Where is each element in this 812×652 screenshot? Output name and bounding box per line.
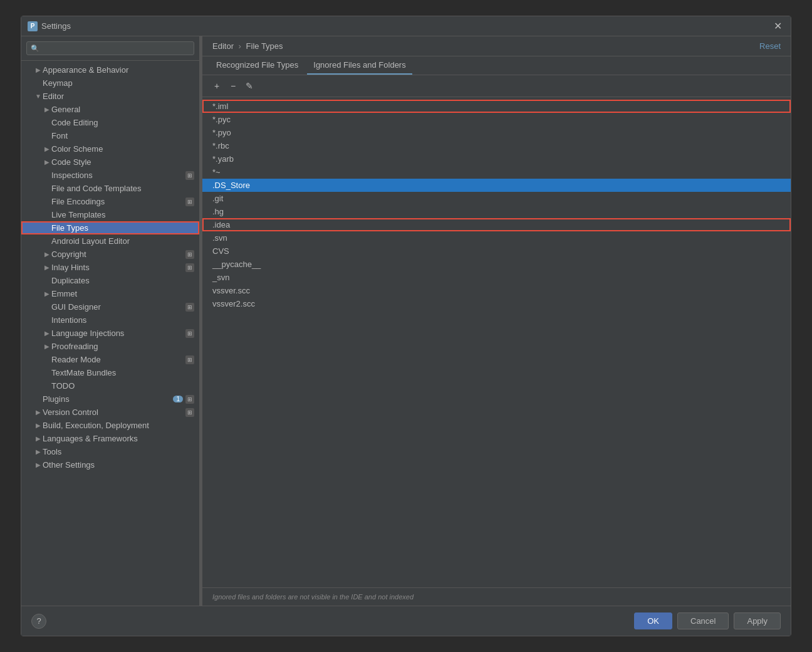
sidebar-item-proofreading[interactable]: ▶ Proofreading [21,340,199,353]
sidebar-item-label: Appearance & Behavior [43,65,194,75]
sidebar-item-file-types[interactable]: File Types [21,221,199,234]
arrow-icon: ▶ [43,290,51,297]
file-item[interactable]: *.yarb [202,152,791,166]
sidebar-item-inspections[interactable]: Inspections ⊞ [21,169,199,182]
sidebar-item-duplicates[interactable]: Duplicates [21,274,199,287]
sidebar-item-label: Inspections [51,171,183,180]
file-item[interactable]: vssver.scc [202,284,791,297]
sidebar-item-tools[interactable]: ▶ Tools [21,445,199,458]
app-icon: P [28,21,38,31]
search-input[interactable] [42,44,190,53]
file-item[interactable]: *.pyc [202,113,791,126]
settings-icon: ⊞ [185,329,194,338]
sidebar-item-todo[interactable]: TODO [21,379,199,392]
breadcrumb-parent[interactable]: Editor [212,41,234,51]
sidebar-item-other-settings[interactable]: ▶ Other Settings [21,458,199,471]
sidebar-item-build-exec[interactable]: ▶ Build, Execution, Deployment [21,419,199,432]
sidebar-item-inlay-hints[interactable]: ▶ Inlay Hints ⊞ [21,261,199,274]
sidebar-item-gui-designer[interactable]: GUI Designer ⊞ [21,300,199,313]
breadcrumb: Editor › File Types [212,41,283,51]
tab-bar: Recognized File Types Ignored Files and … [202,56,791,75]
file-item[interactable]: *.pyo [202,126,791,139]
tab-ignored[interactable]: Ignored Files and Folders [307,56,412,75]
status-bar: Ignored files and folders are not visibl… [202,587,791,606]
add-button[interactable]: + [210,79,224,93]
tab-recognized[interactable]: Recognized File Types [210,56,304,75]
close-button[interactable]: ✕ [771,20,784,33]
help-button[interactable]: ? [31,614,46,629]
sidebar: 🔍 ▶ Appearance & Behavior Keymap ▼ Edito… [21,36,200,606]
sidebar-item-code-editing[interactable]: Code Editing [21,116,199,129]
sidebar-item-textmate[interactable]: TextMate Bundles [21,366,199,379]
sidebar-item-languages[interactable]: ▶ Languages & Frameworks [21,432,199,445]
sidebar-item-file-code-templates[interactable]: File and Code Templates [21,182,199,195]
arrow-icon: ▶ [34,422,43,429]
arrow-icon: ▶ [43,343,51,350]
arrow-icon: ▶ [34,435,43,442]
settings-icon: ⊞ [185,408,194,417]
settings-icon: ⊞ [185,263,194,272]
sidebar-item-label: Keymap [43,78,194,88]
sidebar-item-intentions[interactable]: Intentions [21,313,199,327]
arrow-icon: ▶ [34,409,43,416]
sidebar-item-reader-mode[interactable]: Reader Mode ⊞ [21,353,199,366]
reset-link[interactable]: Reset [759,41,781,51]
settings-icon: ⊞ [185,303,194,312]
sidebar-item-label: General [51,105,194,114]
sidebar-item-label: Android Layout Editor [51,236,194,246]
file-item[interactable]: vssver2.scc [202,297,791,310]
sidebar-item-label: Plugins [43,394,170,404]
file-item[interactable]: CVS [202,244,791,258]
file-item[interactable]: .git [202,192,791,205]
settings-icon: ⊞ [185,250,194,259]
sidebar-item-color-scheme[interactable]: ▶ Color Scheme [21,142,199,155]
sidebar-item-android-layout[interactable]: Android Layout Editor [21,234,199,248]
file-item[interactable]: .DS_Store [202,179,791,192]
sidebar-item-label: Copyright [51,250,183,259]
sidebar-tree: ▶ Appearance & Behavior Keymap ▼ Editor … [21,61,199,606]
sidebar-item-editor[interactable]: ▼ Editor [21,90,199,103]
sidebar-item-plugins[interactable]: Plugins 1 ⊞ [21,392,199,406]
file-item[interactable]: __pycache__ [202,258,791,271]
file-item[interactable]: .hg [202,205,791,218]
sidebar-item-live-templates[interactable]: Live Templates [21,208,199,221]
apply-button[interactable]: Apply [734,613,781,629]
settings-icon: ⊞ [185,197,194,206]
sidebar-item-label: Tools [43,447,194,456]
sidebar-item-label: Code Style [51,157,194,167]
ok-button[interactable]: OK [634,613,672,629]
arrow-icon: ▶ [43,264,51,271]
file-item[interactable]: _svn [202,271,791,284]
sidebar-item-label: Version Control [43,408,183,417]
sidebar-item-label: Reader Mode [51,355,183,364]
sidebar-item-keymap[interactable]: Keymap [21,76,199,90]
sidebar-item-copyright[interactable]: ▶ Copyright ⊞ [21,248,199,261]
sidebar-item-emmet[interactable]: ▶ Emmet [21,287,199,300]
arrow-icon: ▶ [43,159,51,166]
search-icon: 🔍 [31,45,39,53]
file-list: *.iml *.pyc *.pyo *.rbc *.yarb *~ .DS_St… [202,97,791,587]
search-wrap[interactable]: 🔍 [26,41,194,55]
sidebar-item-file-encodings[interactable]: File Encodings ⊞ [21,195,199,208]
file-item[interactable]: *.iml [202,100,791,113]
edit-button[interactable]: ✎ [242,79,256,93]
sidebar-item-language-injections[interactable]: ▶ Language Injections ⊞ [21,327,199,340]
sidebar-item-font[interactable]: Font [21,129,199,142]
sidebar-item-general[interactable]: ▶ General [21,103,199,116]
file-item[interactable]: *~ [202,166,791,179]
file-item[interactable]: .idea [202,218,791,231]
remove-button[interactable]: − [226,79,240,93]
sidebar-item-label: GUI Designer [51,302,183,312]
sidebar-item-version-control[interactable]: ▶ Version Control ⊞ [21,406,199,419]
file-item[interactable]: .svn [202,231,791,244]
sidebar-item-appearance[interactable]: ▶ Appearance & Behavior [21,63,199,76]
cancel-button[interactable]: Cancel [677,613,729,629]
settings-icon: ⊞ [185,355,194,364]
sidebar-item-label: Language Injections [51,329,183,338]
sidebar-item-label: File and Code Templates [51,184,194,193]
arrow-icon: ▼ [34,93,43,100]
file-item[interactable]: *.rbc [202,139,791,152]
sidebar-item-code-style[interactable]: ▶ Code Style [21,155,199,169]
right-panel: Editor › File Types Reset Recognized Fil… [202,36,791,606]
sidebar-item-label: File Types [51,223,194,233]
